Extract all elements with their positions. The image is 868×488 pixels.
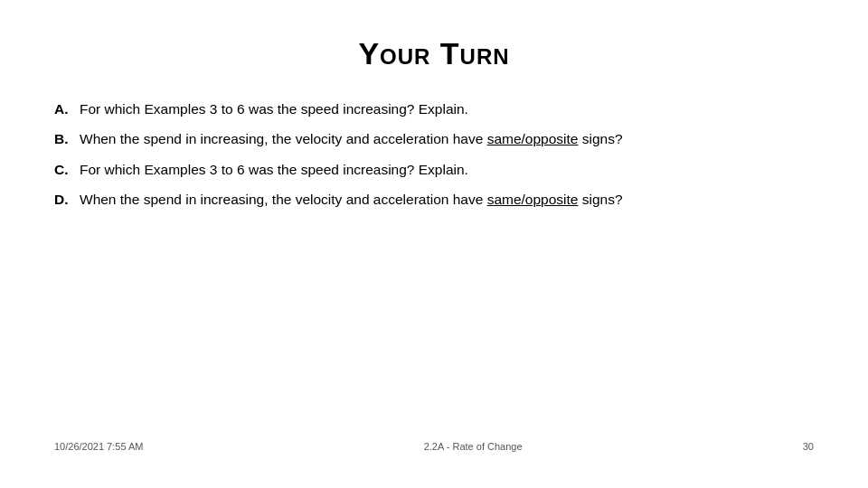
question-a: A. For which Examples 3 to 6 was the spe…	[54, 99, 814, 119]
slide-title: Your Turn	[54, 36, 814, 71]
question-b-text-before: When the spend in increasing, the veloci…	[80, 131, 487, 146]
footer-left: 10/26/2021 7:55 AM	[54, 441, 143, 452]
question-b-underline: same/opposite	[487, 131, 579, 146]
question-b-label: B.	[54, 128, 80, 149]
question-b-text-after: signs?	[578, 131, 622, 146]
question-a-text: For which Examples 3 to 6 was the speed …	[80, 99, 814, 119]
question-a-label: A.	[54, 99, 80, 119]
question-b-text: When the spend in increasing, the veloci…	[80, 128, 814, 149]
question-d-text-before: When the spend in increasing, the veloci…	[80, 192, 487, 207]
slide-footer: 10/26/2021 7:55 AM 2.2A - Rate of Change…	[54, 432, 814, 452]
question-d: D. When the spend in increasing, the vel…	[54, 189, 814, 210]
question-b: B. When the spend in increasing, the vel…	[54, 128, 814, 149]
question-d-label: D.	[54, 189, 80, 210]
question-d-text: When the spend in increasing, the veloci…	[80, 189, 814, 210]
slide-page: Your Turn A. For which Examples 3 to 6 w…	[0, 0, 868, 488]
footer-center: 2.2A - Rate of Change	[424, 441, 523, 452]
question-d-text-after: signs?	[578, 192, 622, 207]
footer-right: 30	[803, 441, 814, 452]
question-c-label: C.	[54, 159, 80, 180]
questions-container: A. For which Examples 3 to 6 was the spe…	[54, 99, 814, 432]
question-c: C. For which Examples 3 to 6 was the spe…	[54, 159, 814, 180]
question-c-text: For which Examples 3 to 6 was the speed …	[80, 159, 814, 180]
question-d-underline: same/opposite	[487, 192, 579, 207]
